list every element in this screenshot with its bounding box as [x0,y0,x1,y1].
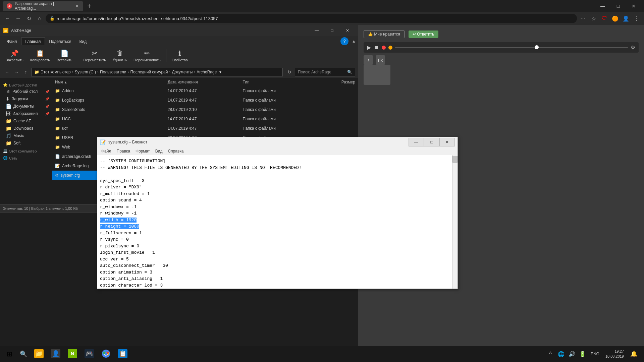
tray-battery-icon[interactable]: 🔋 [578,349,587,359]
sidebar-item-soft[interactable]: 📁 Soft [0,139,52,147]
fe-ribbon-pin-btn[interactable]: 📌 Закрепить [3,48,26,63]
breadcrumb-system-c[interactable]: System (C:) [75,70,96,74]
scrollbar-thumb[interactable] [452,156,458,163]
browser-maximize-btn[interactable]: □ [610,1,626,11]
sidebar-item-images[interactable]: 🖼 Изображения 📌 [0,110,52,117]
breadcrumb-samurai[interactable]: Последний самурай [130,70,168,74]
tray-network-icon[interactable]: 🌐 [556,349,566,359]
file-list-row-4[interactable]: 📁 udf 14.07.2019 4:47 Папка с файлами [52,124,358,133]
col-name-header[interactable]: Имя ▲ [55,80,168,84]
sidebar-item-documents[interactable]: 📄 Документы 📌 [0,103,52,110]
breadcrumb-this-pc[interactable]: Этот компьютер [41,70,71,74]
taskbar-app-nvidia[interactable]: N [64,346,80,362]
like-button[interactable]: 👍 Мне нравится [364,30,405,38]
fe-back-btn[interactable]: ← [3,68,11,76]
tray-volume-icon[interactable]: 🔊 [567,349,577,359]
tray-chevron-icon[interactable]: ^ [546,349,555,359]
np-maximize-btn[interactable]: □ [424,138,439,146]
new-tab-button[interactable]: + [85,1,94,11]
sidebar-section-network[interactable]: 🌐 Сеть [0,154,52,161]
np-minimize-btn[interactable]: — [409,138,424,146]
sidebar-item-music[interactable]: 🎵 Music [0,132,52,139]
sidebar-item-downloads-quick[interactable]: ⬇ Загрузки 📌 [0,95,52,103]
sidebar-item-downloads[interactable]: 📁 Downloads [0,125,52,132]
tab-close-btn[interactable]: ✕ [75,3,79,9]
addon-icon[interactable]: 🟠 [610,14,620,23]
media-play-btn[interactable]: ▶ [367,44,371,51]
nav-home-btn[interactable]: ⌂ [35,14,44,23]
nav-forward-btn[interactable]: → [13,14,23,23]
fe-close-btn[interactable]: ✕ [340,26,355,35]
browser-menu-btn[interactable]: ⋮ [632,14,641,23]
np-menu-file[interactable]: Файл [99,148,114,154]
np-scrollbar[interactable] [452,155,458,289]
browser-minimize-btn[interactable]: — [595,1,610,11]
kaspersky-icon[interactable]: 🛡 [600,14,609,23]
fe-ribbon-move-btn[interactable]: ✂ Переместить [81,48,109,63]
fe-maximize-btn[interactable]: □ [324,26,340,35]
fe-up-btn[interactable]: ↑ [22,68,30,76]
fe-breadcrumb[interactable]: 📁 Этот компьютер › System (C:) › Пользов… [31,68,283,76]
taskbar-app-file-explorer[interactable]: 📁 [31,346,47,362]
fe-ribbon-toggle[interactable]: ▲ [350,37,358,45]
browser-tab[interactable]: A Разрешение экрана | ArcheRag... ✕ [3,1,83,11]
browser-star-btn[interactable]: ☆ [589,14,598,23]
fe-help-btn[interactable]: ? [340,37,348,45]
format-fx-btn[interactable]: Fx [376,55,385,65]
breadcrumb-archerage[interactable]: ArcheRage [197,70,217,74]
col-date-header[interactable]: Дата изменения [168,80,243,84]
fe-minimize-btn[interactable]: — [309,26,324,35]
media-progress-bar[interactable] [395,47,628,48]
np-menu-help[interactable]: Справка [165,148,186,154]
address-bar[interactable]: 🔒 ru.archerage.to/forums/index.php?threa… [46,14,577,23]
np-menu-format[interactable]: Формат [133,148,153,154]
fe-tab-home[interactable]: Главная [21,38,45,45]
fe-ribbon-paste-btn[interactable]: 📄 Вставить [54,48,75,63]
avatar-icon[interactable]: 👤 [621,14,631,23]
taskbar-app-person[interactable]: 👤 [48,346,64,362]
taskbar-clock[interactable]: 19:27 10.08.2019 [603,349,627,359]
fe-refresh-btn[interactable]: ↻ [285,68,293,76]
sidebar-item-desktop[interactable]: 🖥 Рабочий стол 📌 [0,88,52,95]
fe-ribbon-copy-btn[interactable]: 📋 Копировать [28,48,53,63]
np-text-area[interactable]: -- [SYSTEM CONFIGURATION] -- WARNING! TH… [97,155,452,289]
taskbar-app-chrome[interactable] [98,346,114,362]
file-list-row-3[interactable]: 📁 UCC 14.07.2019 4:47 Папка с файлами [52,114,358,124]
file-list-row-2[interactable]: 📁 ScreenShots 28.07.2019 2:10 Папка с фа… [52,105,358,114]
taskbar-app-steam[interactable]: 🎮 [81,346,97,362]
taskbar-search-btn[interactable]: 🔍 [17,348,30,360]
media-settings-btn[interactable]: ⚙ [631,44,635,51]
fe-ribbon-props-btn[interactable]: ℹ Свойства [169,48,191,63]
np-menu-edit[interactable]: Правка [114,148,133,154]
fe-tab-file[interactable]: Файл [3,38,21,45]
col-type-header[interactable]: Тип [243,80,318,84]
reply-button[interactable]: ↩ Ответить [409,31,438,38]
sidebar-section-this-pc[interactable]: 💻 Этот компьютер [0,147,52,154]
browser-close-btn[interactable]: ✕ [626,1,641,11]
sidebar-section-quick-access[interactable]: ⭐ Быстрый доступ [0,81,52,88]
col-size-header[interactable]: Размер [318,80,355,84]
taskbar-lang[interactable]: ENG [589,352,601,356]
file-list-row-1[interactable]: 📁 LogBackups 14.07.2019 4:47 Папка с фай… [52,96,358,105]
np-close-btn[interactable]: ✕ [439,138,455,146]
fe-ribbon-rename-btn[interactable]: ✏ Переименовать [131,48,163,63]
media-stop-btn[interactable]: ⏹ [374,45,379,51]
fe-tab-share[interactable]: Поделиться [45,38,75,45]
file-list-row-0[interactable]: 📁 Addon 14.07.2019 4:47 Папка с файлами [52,86,358,96]
taskbar-app-blue[interactable]: 📋 [115,346,131,362]
nav-refresh-btn[interactable]: ↻ [24,14,34,23]
format-italic-btn[interactable]: I [364,55,373,65]
fe-ribbon-delete-btn[interactable]: 🗑 Удалить [110,48,129,63]
fe-forward-btn[interactable]: → [12,68,20,76]
taskbar-notification-btn[interactable]: 🔔 [628,348,640,360]
browser-extensions-btn[interactable]: ⋯ [578,14,588,23]
nav-back-btn[interactable]: ← [3,14,12,23]
breadcrumb-users[interactable]: Пользователи [100,70,126,74]
sidebar-item-cache-ae[interactable]: 📁 Cache AE [0,117,52,125]
np-menu-view[interactable]: Вид [153,148,165,154]
start-button[interactable]: ⊞ [1,346,17,362]
breadcrumb-docs[interactable]: Документы [172,70,193,74]
fe-search-box[interactable]: Поиск: ArcheRage 🔍 [295,68,355,76]
fe-tab-view[interactable]: Вид [75,38,91,45]
breadcrumb-dropdown-icon[interactable]: ▾ [219,70,221,74]
